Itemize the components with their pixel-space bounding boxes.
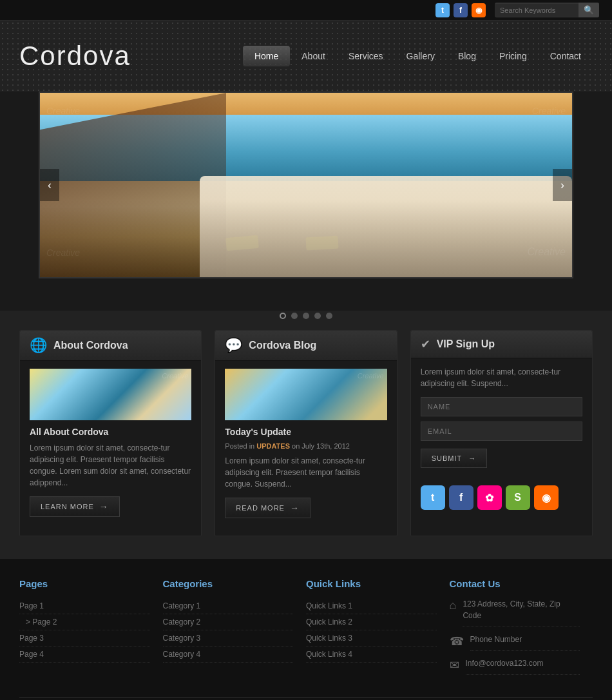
footer-address: 123 Address, City, State, Zip Code — [463, 598, 580, 627]
search-button[interactable]: 🔍 — [579, 3, 599, 17]
footer-pages-col: Pages Page 1 > Page 2 Page 3 Page 4 — [19, 578, 163, 681]
checkmark-icon: ✔ — [421, 337, 430, 351]
footer-quicklink-4[interactable]: Quick Links 4 — [306, 647, 437, 663]
footer-page-3[interactable]: Page 3 — [19, 630, 150, 647]
vip-card-body: Lorem ipsum dolor sit amet, consecte-tur… — [411, 358, 592, 476]
blog-card-title: Cordova Blog — [249, 340, 316, 351]
hero-slider: Creative Creative Creative Creative ‹ › — [39, 92, 573, 278]
nav-home[interactable]: Home — [243, 46, 290, 66]
about-card-text: Lorem ipsum dolor sit amet, consecte-tur… — [30, 442, 191, 489]
hero-wrapper: Creative Creative Creative Creative ‹ › — [19, 92, 593, 301]
footer-address-item: ⌂ 123 Address, City, State, Zip Code — [450, 598, 580, 627]
footer-pages-title: Pages — [19, 578, 150, 589]
about-card-header: 🌐 About Cordova — [20, 331, 201, 361]
about-card-body: Creative All About Cordova Lorem ipsum d… — [20, 361, 201, 525]
twitter-icon-bottom[interactable]: t — [421, 485, 445, 510]
nav-blog[interactable]: Blog — [446, 46, 488, 66]
read-more-label: READ MORE — [236, 504, 285, 512]
footer-phone: Phone Number — [470, 634, 580, 651]
nav-pricing[interactable]: Pricing — [488, 46, 539, 66]
submit-label: SUBMIT — [432, 454, 463, 462]
nav-contact[interactable]: Contact — [539, 46, 593, 66]
slider-prev-button[interactable]: ‹ — [40, 169, 59, 201]
footer-quicklink-1[interactable]: Quick Links 1 — [306, 598, 437, 614]
nav-about[interactable]: About — [290, 46, 337, 66]
footer-page-1[interactable]: Page 1 — [19, 598, 150, 614]
nav-gallery[interactable]: Gallery — [395, 46, 446, 66]
footer-contact-col: Contact Us ⌂ 123 Address, City, State, Z… — [450, 578, 593, 681]
learn-more-arrow: → — [99, 501, 109, 512]
slider-dot-5[interactable] — [326, 313, 332, 319]
watermark-4: Creative — [527, 246, 566, 258]
flickr-icon-bottom[interactable]: ✿ — [477, 485, 502, 510]
vip-card-title: VIP Sign Up — [437, 338, 495, 350]
slider-dot-4[interactable] — [314, 313, 321, 319]
vip-card: ✔ VIP Sign Up Lorem ipsum dolor sit amet… — [410, 330, 593, 536]
slider-dot-3[interactable] — [303, 313, 309, 319]
vip-name-input[interactable] — [421, 397, 582, 416]
slider-dot-2[interactable] — [291, 313, 298, 319]
facebook-icon-top[interactable]: f — [454, 3, 468, 17]
footer-categories-col: Categories Category 1 Category 2 Categor… — [163, 578, 307, 681]
header: Cordova Home About Services Gallery Blog… — [0, 21, 612, 92]
blog-card-header: 💬 Cordova Blog — [215, 331, 396, 361]
search-input[interactable] — [495, 4, 579, 17]
blog-card-text: Lorem ipsum dolor sit amet, consecte-tur… — [225, 455, 387, 490]
hero-image: Creative Creative Creative Creative — [40, 93, 572, 277]
blog-thumbnail: Creative — [225, 369, 387, 420]
globe-icon: 🌐 — [30, 337, 47, 354]
stumbleupon-icon-bottom[interactable]: S — [506, 485, 530, 510]
footer-contact-title: Contact Us — [450, 578, 580, 589]
learn-more-label: LEARN MORE — [41, 503, 94, 510]
about-post-title: All About Cordova — [30, 427, 191, 437]
footer-quicklink-3[interactable]: Quick Links 3 — [306, 630, 437, 647]
footer-quicklink-2[interactable]: Quick Links 2 — [306, 614, 437, 630]
footer-email: Info@cordova123.com — [466, 657, 580, 675]
facebook-icon-bottom[interactable]: f — [449, 485, 473, 510]
blog-post-title: Today's Update — [225, 427, 387, 437]
slider-next-button[interactable]: › — [553, 169, 572, 201]
rss-icon-top[interactable]: ◉ — [472, 3, 486, 17]
vip-submit-button[interactable]: SUBMIT → — [421, 449, 488, 468]
footer-grid: Pages Page 1 > Page 2 Page 3 Page 4 Cate… — [19, 578, 593, 698]
learn-more-button[interactable]: LEARN MORE → — [30, 496, 120, 517]
social-icons-bottom: t f ✿ S ◉ — [411, 485, 592, 510]
email-icon: ✉ — [450, 658, 459, 672]
blog-icon: 💬 — [225, 337, 242, 354]
blog-post-meta: Posted in UPDATES on July 13th, 2012 — [225, 442, 387, 450]
footer-quicklinks-title: Quick Links — [306, 578, 437, 589]
footer-categories-title: Categories — [163, 578, 294, 589]
read-more-button[interactable]: READ MORE → — [225, 498, 311, 518]
vip-email-input[interactable] — [421, 422, 582, 441]
blog-card-body: Creative Today's Update Posted in UPDATE… — [215, 361, 396, 526]
footer-category-1[interactable]: Category 1 — [163, 598, 294, 614]
footer: Pages Page 1 > Page 2 Page 3 Page 4 Cate… — [0, 559, 612, 700]
logo: Cordova — [19, 41, 243, 72]
about-card-title: About Cordova — [53, 340, 128, 351]
about-card: 🌐 About Cordova Creative All About Cordo… — [19, 330, 202, 536]
nav-services[interactable]: Services — [337, 46, 395, 66]
footer-email-item: ✉ Info@cordova123.com — [450, 657, 580, 675]
blog-card: 💬 Cordova Blog Creative Today's Update P… — [215, 330, 397, 536]
home-icon: ⌂ — [450, 599, 457, 612]
slider-dots — [280, 313, 332, 319]
main-nav: Home About Services Gallery Blog Pricing… — [243, 46, 593, 66]
slider-dot-1[interactable] — [280, 313, 286, 319]
blog-tag: UPDATES — [256, 442, 290, 450]
read-more-arrow: → — [290, 503, 300, 513]
top-bar: t f ◉ 🔍 — [0, 0, 612, 21]
footer-category-3[interactable]: Category 3 — [163, 630, 294, 647]
watermark-3: Creative — [46, 248, 80, 258]
rss-icon-bottom[interactable]: ◉ — [534, 485, 559, 510]
footer-page-4[interactable]: Page 4 — [19, 647, 150, 663]
search-box: 🔍 — [495, 3, 599, 17]
phone-icon: ☎ — [450, 634, 464, 648]
about-thumbnail: Creative — [30, 369, 191, 420]
footer-quicklinks-col: Quick Links Quick Links 1 Quick Links 2 … — [306, 578, 450, 681]
submit-arrow: → — [468, 454, 476, 462]
footer-category-4[interactable]: Category 4 — [163, 647, 294, 663]
twitter-icon-top[interactable]: t — [435, 3, 450, 17]
footer-page-2[interactable]: > Page 2 — [19, 614, 150, 630]
footer-category-2[interactable]: Category 2 — [163, 614, 294, 630]
vip-description: Lorem ipsum dolor sit amet, consecte-tur… — [421, 366, 582, 389]
